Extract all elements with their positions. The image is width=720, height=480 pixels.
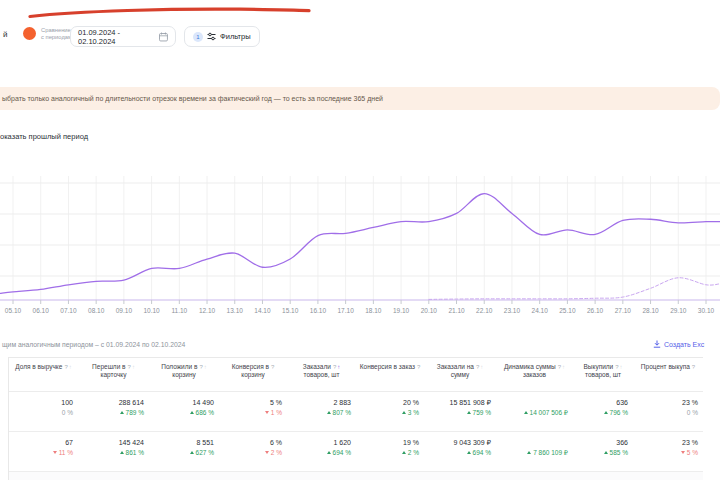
filters-button[interactable]: 1 Фильтры [184,26,260,47]
create-excel-label: Создать Exc [664,341,704,348]
metric-cell: 15 851 908 ₽759 % [424,392,496,431]
column-header-2[interactable]: Перешли в?↑карточку [78,358,149,391]
sort-icon[interactable]: ↑ [204,364,207,370]
metric-cell: 19 %2 % [356,432,424,471]
x-tick-label: 22.10 [476,307,493,314]
show-previous-period-label[interactable]: оказать прошлый период [0,132,88,141]
metric-cell: 14 490686 % [149,392,219,431]
metric-delta: 1 % [219,408,282,417]
column-title-line2: заказов [496,371,573,379]
x-tick-label: 28.10 [642,307,659,314]
x-tick-label: 08.10 [88,307,105,314]
column-header-3[interactable]: Положили в?↑корзину [149,358,219,391]
sort-icon[interactable]: ↑ [69,364,72,370]
next-row-partial [9,472,703,480]
metric-delta: 789 % [78,408,144,417]
column-header-10[interactable]: Процент выкупа? [633,358,703,391]
column-title: Заказали на [437,363,474,370]
metric-value: 5 % [219,398,282,407]
help-icon[interactable]: ? [199,364,202,370]
column-header-7[interactable]: Заказали на?↑сумму [424,358,496,391]
metric-cell: 366585 % [573,432,633,471]
x-tick-label: 27.10 [615,307,632,314]
x-tick-label: 19.10 [393,307,410,314]
column-title: Процент выкупа [641,363,690,370]
filters-label: Фильтры [220,32,251,41]
cut-off-label: й [3,30,7,39]
arrow-up-icon [120,411,124,414]
metric-delta: 694 % [287,448,351,457]
column-header-9[interactable]: Выкупили?↑товаров, шт [573,358,633,391]
arrow-up-icon [604,451,608,454]
metric-delta: 585 % [573,448,628,457]
help-icon[interactable]: ? [692,364,695,370]
arrow-up-icon [327,411,331,414]
arrow-up-icon [402,451,406,454]
help-icon[interactable]: ? [64,364,67,370]
column-title-line2: корзину [149,371,219,379]
traffic-line-chart: 05.1006.1007.1008.1009.1010.1011.1012.10… [0,150,720,322]
arrow-down-icon [265,411,269,414]
metric-cell: 20 %3 % [356,392,424,431]
date-range-input[interactable]: 01.09.2024 - 02.10.2024 [70,26,176,47]
x-tick-label: 05.10 [5,307,22,314]
comparison-caption: щим аналогичным периодом – с 01.09.2024 … [2,341,185,348]
help-icon[interactable]: ? [476,364,479,370]
info-banner-text: ыбрать только аналогичный по длительност… [2,95,383,102]
x-tick-label: 26.10 [587,307,604,314]
compare-period-toggle[interactable] [23,27,36,40]
help-icon[interactable]: ? [417,364,420,370]
metric-cell: 6711 % [9,432,78,471]
sort-icon[interactable]: ↑ [480,364,483,370]
arrow-up-icon [467,411,471,414]
metric-value: 14 490 [149,398,214,407]
column-title: Динамика суммы [504,363,556,370]
column-header-5[interactable]: Заказали?↑товаров, шт [287,358,356,391]
create-excel-link[interactable]: Создать Exc [653,340,704,348]
column-title-line2: карточку [78,371,149,379]
column-title: Конверсия в [232,363,269,370]
sort-icon[interactable]: ↑ [132,364,135,370]
arrow-up-icon [527,451,531,454]
analytics-dashboard: й Сравнение с периодами 01.09.2024 - 02.… [0,0,720,480]
metric-cell: 23 %5 % [633,432,703,471]
metrics-table-body: 1000 %288 614789 %14 490686 %5 %1 %2 883… [9,392,703,472]
metric-delta: 11 % [9,448,73,457]
column-title-line2: сумму [424,371,496,379]
metric-delta: 2 % [219,448,282,457]
arrow-up-icon [190,411,194,414]
x-tick-label: 24.10 [532,307,549,314]
column-header-4[interactable]: Конверсия в?корзину [219,358,287,391]
download-icon [653,340,661,348]
column-header-1[interactable]: Доля в выручке?↑ [9,358,78,391]
x-tick-label: 06.10 [33,307,50,314]
column-title: Положили в [161,363,197,370]
column-header-6[interactable]: Конверсия в заказ? [356,358,424,391]
help-icon[interactable]: ? [333,364,336,370]
help-icon[interactable]: ? [128,364,131,370]
metric-cell: 636796 % [573,392,633,431]
help-icon[interactable]: ? [615,364,618,370]
arrow-up-icon [120,451,124,454]
metric-delta: 686 % [149,408,214,417]
metric-cell: 8 551627 % [149,432,219,471]
metric-value: 145 424 [78,438,144,447]
help-icon[interactable]: ? [271,364,274,370]
metric-delta: 796 % [573,408,628,417]
column-title: Заказали [303,363,331,370]
metric-delta: 694 % [424,448,491,457]
help-icon[interactable]: ? [558,364,561,370]
filters-sliders-icon [207,32,216,41]
metric-cell: 7 860 109 ₽ [496,432,573,471]
sort-icon[interactable]: ↑ [562,364,565,370]
metric-value: 9 043 309 ₽ [424,438,491,447]
sort-icon[interactable]: ↑ [337,364,340,370]
column-title-line2: товаров, шт [573,371,633,379]
sort-icon[interactable]: ↑ [620,364,623,370]
column-header-8[interactable]: Динамика суммы?↑заказов [496,358,573,391]
arrow-up-icon [402,411,406,414]
chart-series-current [0,194,720,294]
column-title: Конверсия в заказ [360,363,415,370]
x-tick-label: 10.10 [143,307,160,314]
arrow-down-icon [265,451,269,454]
